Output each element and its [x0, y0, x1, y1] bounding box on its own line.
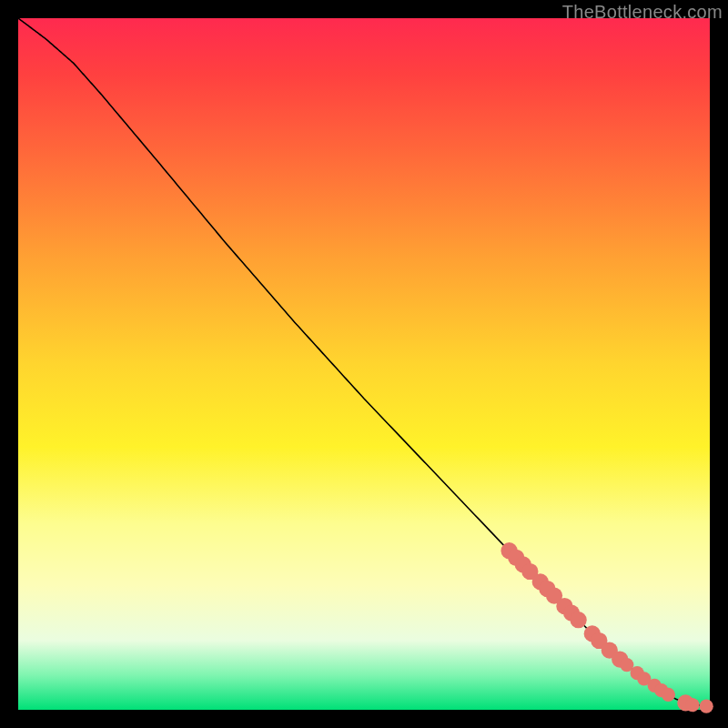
marker-layer: [500, 542, 713, 713]
plot-area: [18, 18, 710, 710]
data-point-marker: [570, 612, 586, 628]
chart-frame: TheBottleneck.com: [0, 0, 728, 728]
data-point-marker: [685, 698, 699, 712]
data-point-marker: [700, 700, 713, 713]
chart-svg: [18, 18, 710, 710]
data-point-marker: [662, 688, 675, 702]
curve-path: [18, 18, 710, 706]
